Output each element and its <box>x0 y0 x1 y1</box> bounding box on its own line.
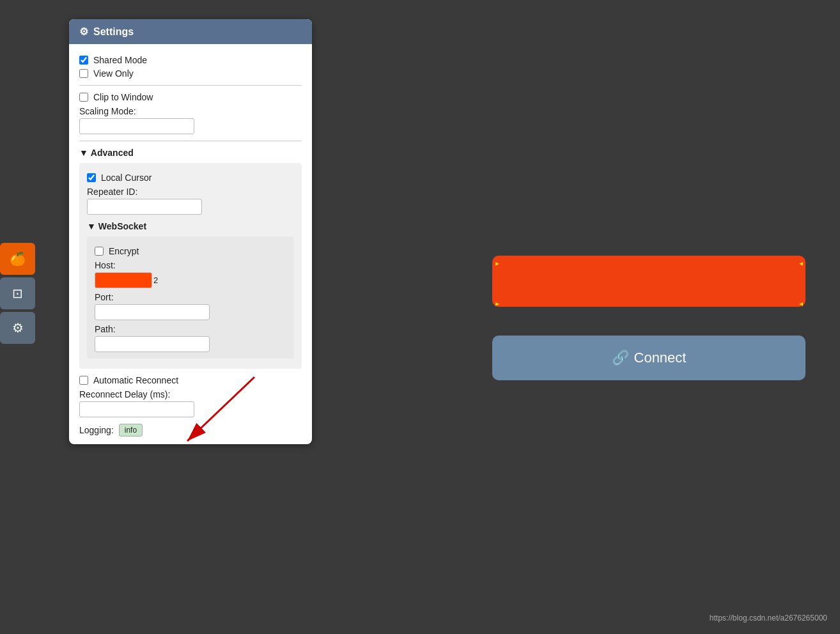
local-cursor-checkbox[interactable] <box>87 173 96 182</box>
connect-label: Connect <box>634 350 687 366</box>
sidebar-screen-icon[interactable]: ⊡ <box>0 277 35 309</box>
encrypt-label: Encrypt <box>109 246 139 256</box>
view-only-checkbox[interactable] <box>79 69 88 78</box>
advanced-section-header: ▼ Advanced <box>79 148 302 158</box>
encrypt-checkbox[interactable] <box>95 247 104 256</box>
red-highlight-box <box>492 256 805 307</box>
auto-reconnect-checkbox[interactable] <box>79 376 88 385</box>
websocket-section: Encrypt Host: 2 Port: 6080 Path: websock… <box>87 236 294 359</box>
logging-row: Logging: info <box>79 424 302 437</box>
scaling-mode-label: Scaling Mode: <box>79 106 302 116</box>
scaling-mode-input[interactable]: None <box>79 118 194 134</box>
shared-mode-checkbox[interactable] <box>79 56 88 65</box>
advanced-triangle-icon: ▼ <box>79 148 88 158</box>
local-cursor-row: Local Cursor <box>87 173 294 183</box>
websocket-triangle-icon: ▼ <box>87 221 96 231</box>
connect-icon: 🔗 <box>612 350 629 366</box>
clip-to-window-label: Clip to Window <box>93 92 153 102</box>
reconnect-delay-label: Reconnect Delay (ms): <box>79 389 302 399</box>
connect-button[interactable]: 🔗 Connect <box>492 336 805 380</box>
view-only-row: View Only <box>79 68 302 79</box>
divider-2 <box>79 141 302 141</box>
logging-label: Logging: <box>79 425 114 435</box>
shared-mode-label: Shared Mode <box>93 55 147 65</box>
settings-body: Shared Mode View Only Clip to Window Sca… <box>69 44 312 444</box>
clip-to-window-checkbox[interactable] <box>79 93 88 102</box>
path-label: Path: <box>95 324 286 334</box>
local-cursor-label: Local Cursor <box>101 173 152 183</box>
advanced-label: Advanced <box>91 148 134 158</box>
host-row: 2 <box>95 272 286 288</box>
url-text: https://blog.csdn.net/a2676265000 <box>710 614 827 622</box>
repeater-id-label: Repeater ID: <box>87 187 294 197</box>
advanced-section: Local Cursor Repeater ID: ▼ WebSocket En… <box>79 163 302 369</box>
encrypt-row: Encrypt <box>95 246 286 256</box>
path-input[interactable]: websockify/?toke <box>95 336 210 352</box>
logging-badge: info <box>119 424 143 437</box>
sidebar-orange-icon[interactable]: 🍊 <box>0 243 35 275</box>
websocket-header: ▼ WebSocket <box>87 221 294 231</box>
reconnect-delay-input[interactable]: 5000 <box>79 401 194 417</box>
settings-panel: ⚙ Settings Shared Mode View Only Clip to… <box>69 19 312 444</box>
host-suffix: 2 <box>153 275 158 285</box>
auto-reconnect-row: Automatic Reconnect <box>79 375 302 385</box>
settings-gear-icon: ⚙ <box>79 26 88 38</box>
divider-1 <box>79 85 302 86</box>
clip-to-window-row: Clip to Window <box>79 92 302 102</box>
view-only-label: View Only <box>93 68 134 79</box>
repeater-id-input[interactable] <box>87 199 202 215</box>
port-input[interactable]: 6080 <box>95 304 210 320</box>
port-label: Port: <box>95 292 286 302</box>
websocket-label: WebSocket <box>98 221 146 231</box>
auto-reconnect-label: Automatic Reconnect <box>93 375 178 385</box>
settings-header: ⚙ Settings <box>69 19 312 44</box>
host-label: Host: <box>95 260 286 270</box>
sidebar: 🍊 ⊡ ⚙ <box>0 243 42 344</box>
sidebar-gear-icon[interactable]: ⚙ <box>0 312 35 344</box>
host-input[interactable] <box>95 272 152 288</box>
shared-mode-row: Shared Mode <box>79 55 302 65</box>
settings-title: Settings <box>93 26 134 38</box>
